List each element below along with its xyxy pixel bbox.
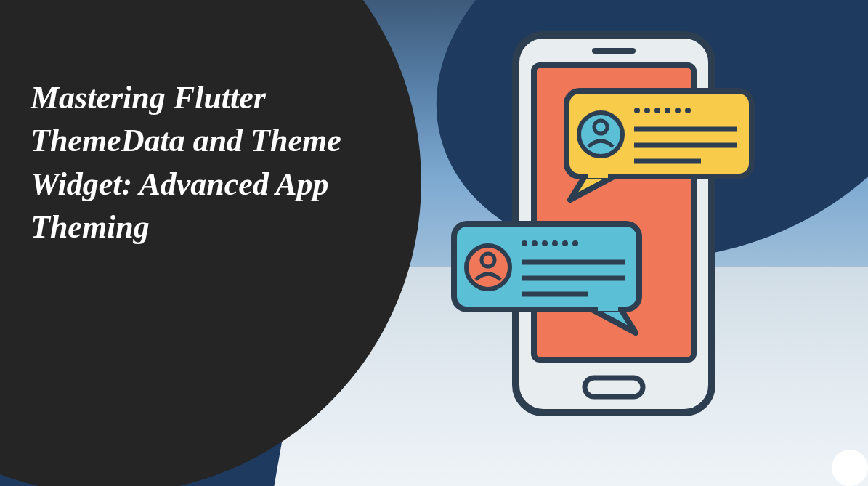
svg-point-11 [675,108,681,113]
svg-point-10 [665,108,670,113]
phone-illustration [439,22,759,446]
svg-point-22 [552,240,558,246]
svg-point-8 [644,108,650,113]
svg-point-19 [522,240,527,246]
svg-rect-2 [592,48,636,54]
svg-point-20 [532,240,538,246]
phone-chat-icon [439,22,759,443]
svg-point-24 [572,240,578,246]
svg-point-21 [542,240,548,246]
svg-point-12 [685,108,691,113]
svg-point-7 [634,108,640,113]
decorative-white-dot [832,450,868,486]
hero-title: Mastering Flutter ThemeData and Theme Wi… [31,76,379,249]
svg-point-9 [654,108,660,113]
svg-point-23 [562,240,568,246]
